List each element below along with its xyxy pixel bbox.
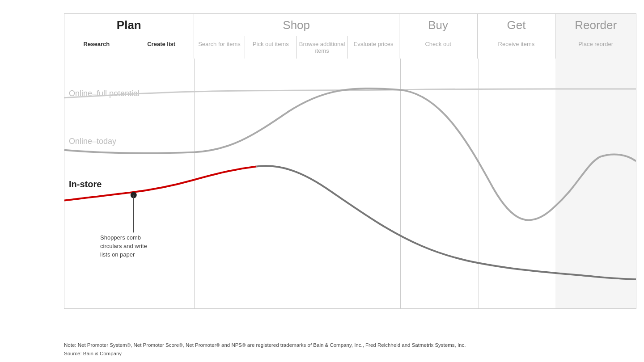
footer-line2: Source: Bain & Company [64,349,466,358]
substep-checkout: Check out [399,36,477,52]
buy-substeps: Check out [399,36,477,52]
phase-shop-title: Shop [194,14,399,36]
reorder-substeps: Place reorder [555,36,636,52]
substep-search: Search for items [194,36,246,59]
phase-reorder-title: Reorder [555,14,636,36]
phase-reorder: Reorder Place reorder [555,14,636,59]
phase-get-title: Get [478,14,555,36]
phase-plan: Plan Research Create list [64,14,194,59]
footer-line1: Note: Net Promoter System®, Net Promoter… [64,341,466,349]
substep-createlist: Create list [129,36,194,52]
substep-research: Research [64,36,129,52]
phase-plan-title: Plan [64,14,194,36]
substep-browse: Browse additional items [297,36,348,59]
main-container: Plan Research Create list Shop Search fo… [64,13,636,344]
get-substeps: Receive items [478,36,555,52]
chart-svg [64,59,636,308]
phase-get: Get Receive items [478,14,556,59]
plan-substeps: Research Create list [64,36,194,52]
substep-pickout: Pick out items [245,36,297,59]
phase-buy: Buy Check out [399,14,478,59]
footer-note: Note: Net Promoter System®, Net Promoter… [64,341,466,358]
shop-substeps: Search for items Pick out items Browse a… [194,36,399,59]
substep-evaluate: Evaluate prices [348,36,399,59]
chart-area: ® EASY PAINFUL ® Online–fu [64,59,636,309]
substep-receive: Receive items [478,36,555,52]
phase-shop: Shop Search for items Pick out items Bro… [194,14,399,59]
annotation-text: Shoppers comb circulars and write lists … [100,234,158,259]
header-table: Plan Research Create list Shop Search fo… [64,13,636,59]
phase-buy-title: Buy [399,14,477,36]
substep-placereorder: Place reorder [555,36,636,52]
